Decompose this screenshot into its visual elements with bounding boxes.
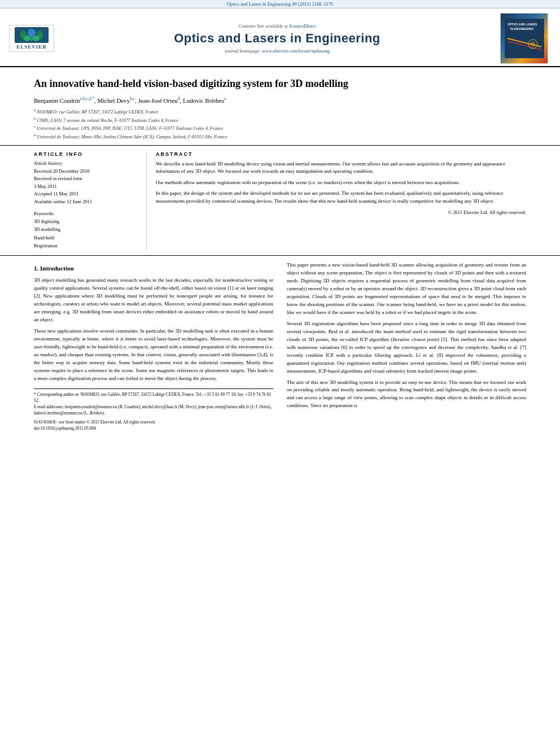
revised-date: 3 May 2011	[34, 183, 137, 191]
doi-bar: Optics and Lasers in Engineering 49 (201…	[0, 0, 560, 8]
revised-label: Received in revised form	[34, 175, 137, 183]
journal-title-area: Contents lists available at ScienceDirec…	[54, 23, 500, 54]
elsevier-logo: ELSEVIER	[9, 25, 54, 52]
elsevier-tree-icon	[15, 27, 49, 43]
contents-text: Contents lists available at	[239, 23, 288, 29]
body-para-right-3: The aim of this new 3D modelling system …	[287, 379, 526, 410]
article-history-label: Article history:	[34, 160, 137, 166]
affil-4: d Université de Toulouse; Mines Albi; In…	[34, 132, 526, 141]
svg-rect-2	[30, 36, 33, 41]
cover-graphic: OPTICS AND LASERS IN ENGINEERING	[505, 19, 544, 58]
abstract-heading: ABSTRACT	[156, 151, 526, 157]
footer-issn: 0143-8166/$ - see front matter © 2011 El…	[34, 419, 273, 425]
article-title-section: An innovative hand-held vision-based dig…	[0, 67, 560, 146]
affiliations-block: a NOOMEO; rue Galilée, BP 57267, 31672 L…	[34, 107, 526, 141]
body-para-left-1: 3D object modelling has generated many r…	[34, 277, 273, 324]
affil-sup-1: a,b,c,d,*	[80, 96, 94, 101]
author-3: Jean-José Orteu	[138, 97, 178, 104]
abstract-para-1: We describe a new hand-held 3D modelling…	[156, 160, 526, 176]
affil-2: b CNRS; LAAS; 7 avenue du colonel Roche,…	[34, 116, 526, 124]
body-para-left-2: These new applications involve several c…	[34, 327, 273, 383]
footnote-star: * Corresponding author at: NOOMEO; rue G…	[34, 391, 273, 404]
svg-point-1	[28, 29, 36, 37]
journal-header: ELSEVIER Contents lists available at Sci…	[0, 8, 560, 67]
article-info-column: ARTICLE INFO Article history: Received 2…	[34, 151, 147, 250]
received-date: Received 20 December 2010	[34, 168, 137, 176]
affil-sup-3: d	[178, 96, 180, 101]
word-based: based	[450, 360, 462, 366]
svg-point-13	[531, 42, 535, 46]
copyright-notice: © 2011 Elsevier Ltd. All rights reserved…	[156, 209, 526, 215]
svg-text:IN ENGINEERING: IN ENGINEERING	[510, 27, 534, 30]
body-para-right-1: This paper presents a new vision-based h…	[287, 261, 526, 317]
keyword-3: Hand-held	[34, 234, 137, 242]
affil-3: c Université de Toulouse; UPS, INSA, INP…	[34, 124, 526, 132]
author-2: Michel Devy	[98, 97, 130, 104]
footnote-email: E-mail addresses: benjamin.coudrin@noome…	[34, 404, 273, 417]
sciencedirect-link[interactable]: ScienceDirect	[289, 23, 316, 29]
elsevier-wordmark: ELSEVIER	[16, 44, 47, 50]
homepage-url[interactable]: www.elsevier.com/locate/optlaseng	[262, 48, 330, 54]
svg-text:OPTICS AND LASERS: OPTICS AND LASERS	[508, 23, 537, 26]
body-section: 1. Introduction 3D object modelling has …	[0, 256, 560, 437]
affil-sup-2: b,c	[130, 96, 135, 101]
homepage-label: journal homepage:	[225, 48, 261, 54]
footer-doi: doi:10.1016/j.optlaseng.2011.05.004	[34, 425, 273, 431]
author-1: Benjamin Coudrin	[34, 97, 80, 104]
contents-label: Contents lists available at ScienceDirec…	[63, 23, 491, 29]
journal-title: Optics and Lasers in Engineering	[63, 31, 491, 46]
body-right-col: This paper presents a new vision-based h…	[280, 261, 526, 431]
affil-1: a NOOMEO; rue Galilée, BP 57267, 31672 L…	[34, 107, 526, 116]
footnotes: * Corresponding author at: NOOMEO; rue G…	[34, 388, 273, 432]
available-date: Available online 12 June 2011	[34, 198, 137, 206]
cover-image: OPTICS AND LASERS IN ENGINEERING	[500, 13, 548, 64]
svg-point-5	[24, 36, 30, 41]
affil-sup-4: a	[224, 96, 226, 101]
svg-point-6	[33, 36, 40, 41]
abstract-column: ABSTRACT We describe a new hand-held 3D …	[147, 151, 526, 250]
keyword-1: 3D digitizing	[34, 217, 137, 225]
info-abstract-section: ARTICLE INFO Article history: Received 2…	[0, 146, 560, 256]
authors-line: Benjamin Coudrina,b,c,d,*, Michel Devyb,…	[34, 96, 526, 104]
elsevier-logo-area: ELSEVIER	[9, 25, 54, 52]
journal-homepage: journal homepage: www.elsevier.com/locat…	[63, 48, 491, 54]
keyword-4: Registration	[34, 242, 137, 250]
body-left-col: 1. Introduction 3D object modelling has …	[34, 261, 280, 431]
abstract-para-2: Our methods allow automatic registration…	[156, 179, 526, 187]
article-info-heading: ARTICLE INFO	[34, 151, 137, 157]
body-para-right-2: Several 3D registration algorithms have …	[287, 320, 526, 375]
author-4: Ludovic Brèthes	[183, 97, 224, 104]
article-title: An innovative hand-held vision-based dig…	[34, 77, 526, 90]
abstract-para-3: In this paper, the design of the system …	[156, 190, 526, 205]
keyword-2: 3D modelling	[34, 225, 137, 233]
intro-title: 1. Introduction	[34, 264, 273, 273]
keywords-heading: Keywords:	[34, 211, 137, 216]
accepted-date: Accepted 11 May 2011	[34, 190, 137, 198]
journal-cover: OPTICS AND LASERS IN ENGINEERING	[500, 13, 551, 64]
